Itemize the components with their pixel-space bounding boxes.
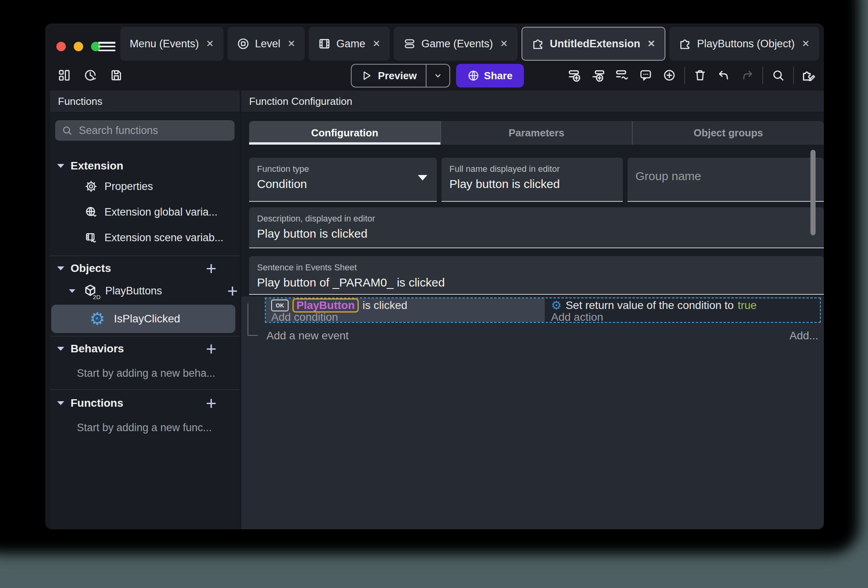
collapse-triangle-icon[interactable]	[69, 289, 75, 293]
event-tree-connector	[248, 303, 258, 336]
add-action-link[interactable]: Add action	[551, 311, 820, 323]
function-type-select[interactable]	[257, 177, 420, 191]
description-input[interactable]	[257, 227, 788, 240]
object-2d-icon: 2D	[82, 283, 98, 299]
tab-menu-events[interactable]: Menu (Events) ✕	[120, 27, 224, 61]
sidebar-item-properties[interactable]: Properties	[85, 179, 153, 194]
preview-label: Preview	[378, 70, 417, 82]
tab-label: UntitledExtension	[550, 38, 641, 50]
close-window-button[interactable]	[56, 42, 66, 51]
collapse-triangle-icon[interactable]	[57, 164, 64, 168]
scene-variable-icon	[85, 231, 97, 244]
close-icon[interactable]: ✕	[206, 38, 214, 49]
add-behavior-button[interactable]: +	[206, 341, 216, 357]
add-subevent-icon[interactable]	[590, 67, 607, 84]
vertical-scrollbar[interactable]	[810, 150, 816, 235]
tab-level[interactable]: Level ✕	[227, 27, 305, 61]
tab-label: Game	[336, 38, 365, 50]
add-more-link[interactable]: Add...	[790, 329, 818, 342]
section-behaviors[interactable]: Behaviors +	[57, 341, 231, 357]
preview-button[interactable]: Preview	[352, 70, 426, 82]
sidebar-item-label: Properties	[104, 180, 153, 193]
event-actions-cell[interactable]: ⚙ Set return value of the condition to t…	[545, 298, 820, 322]
dropdown-triangle-icon[interactable]	[418, 175, 427, 180]
search-functions-input[interactable]	[78, 124, 228, 137]
function-configuration-panel: Function Configuration Configuration Par…	[241, 91, 824, 529]
trash-icon[interactable]	[691, 67, 709, 84]
tab-object-groups[interactable]: Object groups	[632, 121, 824, 145]
close-icon[interactable]: ✕	[500, 38, 508, 49]
description-field[interactable]: Description, displayed in editor	[249, 207, 824, 248]
app-window: Menu (Events) ✕ Level ✕ Game ✕	[45, 24, 824, 529]
tab-label: Game (Events)	[421, 38, 493, 50]
extension-edit-icon[interactable]	[800, 67, 818, 84]
chevron-down-icon	[433, 71, 443, 81]
close-icon[interactable]: ✕	[647, 38, 655, 49]
close-icon[interactable]: ✕	[287, 38, 295, 49]
object-chip[interactable]: PlayButton	[292, 298, 359, 313]
field-label: Sentence in Events Sheet	[257, 262, 816, 273]
undo-icon[interactable]	[715, 67, 732, 84]
tab-untitled-extension[interactable]: UntitledExtension ✕	[522, 27, 666, 61]
search-icon[interactable]	[769, 67, 787, 84]
collapse-triangle-icon[interactable]	[57, 347, 64, 351]
add-circle-icon[interactable]	[661, 67, 678, 84]
traffic-lights	[56, 42, 101, 51]
section-functions[interactable]: Functions +	[57, 395, 231, 411]
sentence-input[interactable]	[257, 276, 788, 289]
toolbar-right-group	[566, 67, 818, 84]
sidebar-divider	[50, 336, 240, 337]
close-icon[interactable]: ✕	[373, 38, 380, 49]
field-label: Function type	[257, 164, 429, 174]
tab-playbuttons-object[interactable]: PlayButtons (Object) ✕	[669, 27, 819, 61]
sidebar-item-extension-scene-variables[interactable]: Extension scene variab...	[85, 231, 224, 245]
events-sheet: OK PlayButton is clicked Add condition ⚙…	[241, 296, 824, 529]
toolbar: Preview Share	[45, 61, 824, 91]
add-external-event-icon[interactable]	[613, 67, 631, 84]
sidebar-item-isplayclicked[interactable]: ⚙? IsPlayClicked	[51, 305, 235, 333]
tab-configuration[interactable]: Configuration	[249, 121, 440, 145]
collapse-triangle-icon[interactable]	[57, 401, 64, 405]
redo-icon[interactable]	[739, 67, 756, 84]
sidebar-item-label: IsPlayClicked	[114, 313, 180, 325]
sentence-field[interactable]: Sentence in Events Sheet	[249, 256, 824, 295]
full-name-field[interactable]: Full name displayed in editor	[441, 158, 623, 202]
add-object-function-button[interactable]: +	[227, 283, 238, 299]
function-type-field[interactable]: Function type	[249, 158, 437, 202]
section-extension[interactable]: Extension	[57, 158, 231, 174]
add-function-button[interactable]: +	[206, 395, 216, 411]
minimize-window-button[interactable]	[74, 42, 83, 51]
event-conditions-cell[interactable]: OK PlayButton is clicked Add condition	[266, 298, 545, 322]
history-icon[interactable]	[82, 67, 99, 84]
main-header: Function Configuration	[241, 91, 824, 113]
group-name-input[interactable]	[635, 169, 807, 183]
add-new-event-link[interactable]: Add a new event	[266, 329, 349, 342]
section-objects[interactable]: Objects +	[57, 260, 231, 277]
collapse-triangle-icon[interactable]	[57, 266, 64, 270]
add-object-button[interactable]: +	[206, 261, 216, 276]
sidebar-item-playbuttons[interactable]: 2D PlayButtons +	[69, 284, 231, 298]
tab-parameters[interactable]: Parameters	[440, 121, 632, 145]
add-condition-link[interactable]: Add condition	[271, 311, 545, 323]
sidebar-item-label: Extension scene variab...	[104, 232, 224, 244]
group-name-field[interactable]	[628, 158, 824, 202]
share-button[interactable]: Share	[456, 64, 524, 87]
section-label: Objects	[71, 262, 111, 275]
condition-text: is clicked	[363, 299, 408, 312]
sidebar-item-label: PlayButtons	[105, 285, 162, 297]
save-icon[interactable]	[108, 67, 125, 84]
tab-game-events[interactable]: Game (Events) ✕	[394, 27, 518, 61]
sidebar-item-extension-global-variables[interactable]: Extension global varia...	[85, 205, 218, 219]
play-icon	[361, 70, 373, 82]
sidebar-divider	[50, 389, 240, 390]
event-row[interactable]: OK PlayButton is clicked Add condition ⚙…	[265, 298, 821, 323]
panels-icon[interactable]	[56, 67, 73, 84]
menu-icon[interactable]	[98, 42, 115, 51]
tab-label: PlayButtons (Object)	[697, 38, 795, 50]
tab-game[interactable]: Game ✕	[309, 27, 390, 61]
close-icon[interactable]: ✕	[802, 38, 810, 49]
comment-icon[interactable]	[637, 67, 654, 84]
full-name-input[interactable]	[449, 177, 607, 191]
add-event-icon[interactable]	[566, 67, 583, 84]
preview-dropdown-button[interactable]	[426, 65, 449, 87]
